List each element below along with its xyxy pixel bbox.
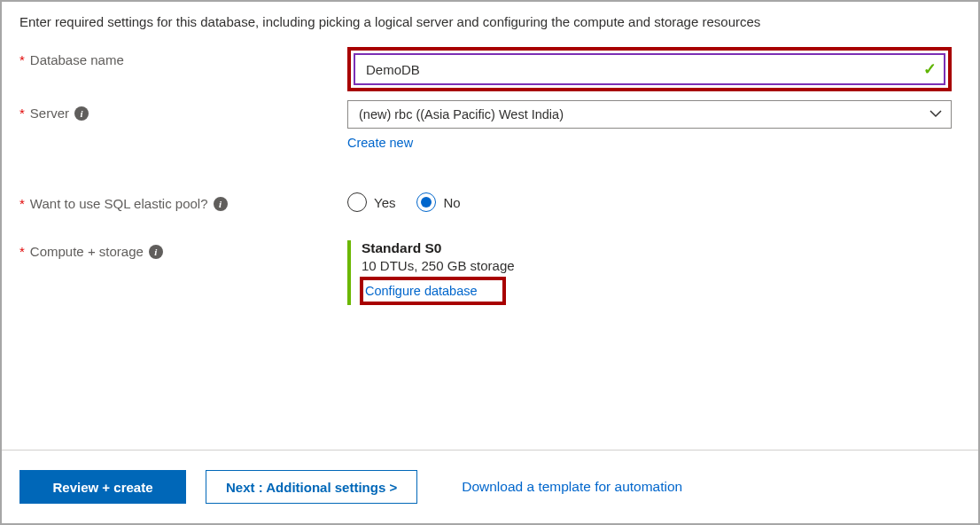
info-icon[interactable]: i <box>214 197 228 211</box>
radio-no[interactable]: No <box>416 192 460 212</box>
label-database-name: * Database name <box>19 47 347 67</box>
configure-database-link[interactable]: Configure database <box>365 284 478 298</box>
elastic-pool-radio-group: Yes No <box>347 191 952 212</box>
required-asterisk: * <box>19 52 25 67</box>
chevron-down-icon <box>929 108 942 121</box>
checkmark-icon: ✓ <box>923 59 937 79</box>
compute-detail: 10 DTUs, 250 GB storage <box>362 258 952 273</box>
row-compute-storage: * Compute + storage i Standard S0 10 DTU… <box>19 239 961 305</box>
row-database-name: * Database name ✓ <box>19 47 961 91</box>
radio-dot-icon <box>421 197 432 208</box>
label-compute-storage: * Compute + storage i <box>19 239 347 259</box>
radio-yes[interactable]: Yes <box>347 192 395 212</box>
label-text: Server <box>30 106 69 121</box>
next-additional-settings-button[interactable]: Next : Additional settings > <box>206 470 417 504</box>
server-select[interactable]: (new) rbc ((Asia Pacific) West India) <box>347 100 952 129</box>
required-asterisk: * <box>19 196 25 211</box>
label-text: Compute + storage <box>30 244 144 259</box>
download-template-link[interactable]: Download a template for automation <box>462 479 682 495</box>
create-new-server-link[interactable]: Create new <box>347 136 413 150</box>
database-name-input-wrap: ✓ <box>354 53 945 85</box>
footer-bar: Review + create Next : Additional settin… <box>2 450 978 523</box>
row-elastic-pool: * Want to use SQL elastic pool? i Yes No <box>19 191 961 212</box>
radio-yes-label: Yes <box>374 195 395 210</box>
radio-no-label: No <box>443 195 460 210</box>
highlight-database-name: ✓ <box>347 47 952 91</box>
intro-text: Enter required settings for this databas… <box>19 12 961 31</box>
info-icon[interactable]: i <box>74 106 89 121</box>
label-server: * Server i <box>19 100 347 121</box>
database-name-input[interactable] <box>355 55 944 83</box>
info-icon[interactable]: i <box>149 245 163 259</box>
compute-tier: Standard S0 <box>362 240 952 256</box>
label-text: Database name <box>30 52 124 67</box>
radio-icon <box>347 192 367 212</box>
highlight-configure-database: Configure database <box>360 277 506 305</box>
compute-summary: Standard S0 10 DTUs, 250 GB storage Conf… <box>347 240 952 305</box>
server-selected-text: (new) rbc ((Asia Pacific) West India) <box>359 107 564 121</box>
label-elastic-pool: * Want to use SQL elastic pool? i <box>19 191 347 211</box>
required-asterisk: * <box>19 106 25 121</box>
row-server: * Server i (new) rbc ((Asia Pacific) Wes… <box>19 100 961 150</box>
required-asterisk: * <box>19 244 25 259</box>
label-text: Want to use SQL elastic pool? <box>30 196 208 211</box>
review-create-button[interactable]: Review + create <box>19 470 186 504</box>
radio-icon <box>416 192 436 212</box>
